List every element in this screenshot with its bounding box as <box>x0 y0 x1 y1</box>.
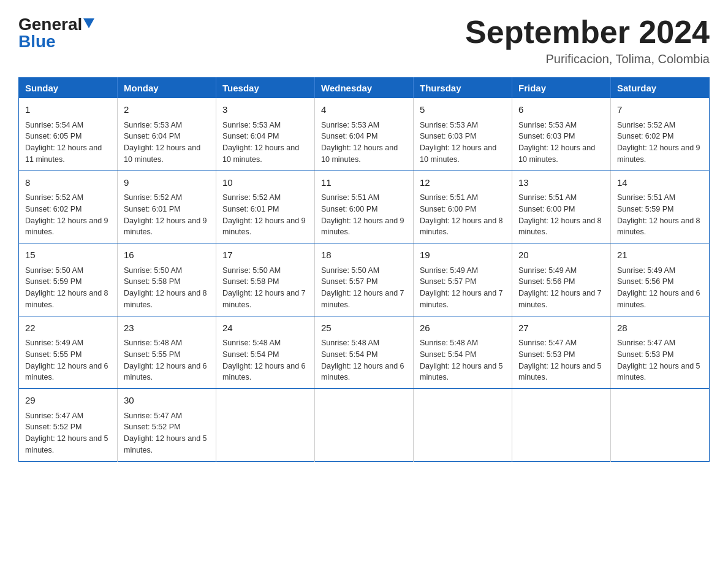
day-info: Sunrise: 5:51 AMSunset: 6:00 PMDaylight:… <box>321 193 404 236</box>
calendar-cell: 16Sunrise: 5:50 AMSunset: 5:58 PMDayligh… <box>118 243 216 316</box>
calendar-cell: 28Sunrise: 5:47 AMSunset: 5:53 PMDayligh… <box>611 316 710 389</box>
weekday-header-saturday: Saturday <box>611 78 710 99</box>
day-info: Sunrise: 5:52 AMSunset: 6:01 PMDaylight:… <box>124 193 207 236</box>
day-info: Sunrise: 5:53 AMSunset: 6:03 PMDaylight:… <box>518 121 595 164</box>
day-info: Sunrise: 5:49 AMSunset: 5:56 PMDaylight:… <box>617 266 700 309</box>
calendar-cell: 9Sunrise: 5:52 AMSunset: 6:01 PMDaylight… <box>118 170 216 243</box>
day-info: Sunrise: 5:50 AMSunset: 5:58 PMDaylight:… <box>124 266 207 309</box>
day-info: Sunrise: 5:47 AMSunset: 5:52 PMDaylight:… <box>124 412 207 454</box>
weekday-header-friday: Friday <box>512 78 611 99</box>
week-row-5: 29Sunrise: 5:47 AMSunset: 5:52 PMDayligh… <box>19 389 710 462</box>
calendar-cell: 10Sunrise: 5:52 AMSunset: 6:01 PMDayligh… <box>216 170 315 243</box>
calendar-cell <box>414 389 512 462</box>
calendar-cell: 20Sunrise: 5:49 AMSunset: 5:56 PMDayligh… <box>512 243 611 316</box>
day-number: 5 <box>420 103 506 117</box>
day-info: Sunrise: 5:51 AMSunset: 5:59 PMDaylight:… <box>617 193 700 236</box>
weekday-header-thursday: Thursday <box>414 78 512 99</box>
title-area: September 2024 Purificacion, Tolima, Col… <box>465 15 710 66</box>
page-header: General Blue September 2024 Purificacion… <box>18 15 710 66</box>
day-number: 22 <box>25 321 111 335</box>
day-number: 24 <box>222 321 308 335</box>
location-subtitle: Purificacion, Tolima, Colombia <box>465 52 710 66</box>
day-number: 30 <box>124 394 210 408</box>
calendar-cell: 7Sunrise: 5:52 AMSunset: 6:02 PMDaylight… <box>611 98 710 170</box>
calendar-cell <box>512 389 611 462</box>
calendar-cell: 2Sunrise: 5:53 AMSunset: 6:04 PMDaylight… <box>118 98 216 170</box>
calendar-cell <box>315 389 414 462</box>
day-info: Sunrise: 5:49 AMSunset: 5:55 PMDaylight:… <box>25 339 108 381</box>
calendar-table: SundayMondayTuesdayWednesdayThursdayFrid… <box>18 77 710 462</box>
day-number: 4 <box>321 103 407 117</box>
calendar-cell: 24Sunrise: 5:48 AMSunset: 5:54 PMDayligh… <box>216 316 315 389</box>
calendar-cell: 23Sunrise: 5:48 AMSunset: 5:55 PMDayligh… <box>118 316 216 389</box>
day-info: Sunrise: 5:50 AMSunset: 5:59 PMDaylight:… <box>25 266 108 309</box>
weekday-header-sunday: Sunday <box>19 78 118 99</box>
weekday-header-row: SundayMondayTuesdayWednesdayThursdayFrid… <box>19 78 710 99</box>
calendar-cell: 1Sunrise: 5:54 AMSunset: 6:05 PMDaylight… <box>19 98 118 170</box>
calendar-cell: 6Sunrise: 5:53 AMSunset: 6:03 PMDaylight… <box>512 98 611 170</box>
day-number: 14 <box>617 176 703 190</box>
calendar-cell: 4Sunrise: 5:53 AMSunset: 6:04 PMDaylight… <box>315 98 414 170</box>
day-number: 2 <box>124 103 210 117</box>
svg-marker-0 <box>83 18 94 28</box>
day-number: 28 <box>617 321 703 335</box>
calendar-cell: 29Sunrise: 5:47 AMSunset: 5:52 PMDayligh… <box>19 389 118 462</box>
calendar-cell: 18Sunrise: 5:50 AMSunset: 5:57 PMDayligh… <box>315 243 414 316</box>
day-number: 18 <box>321 248 407 262</box>
day-number: 25 <box>321 321 407 335</box>
calendar-cell: 26Sunrise: 5:48 AMSunset: 5:54 PMDayligh… <box>414 316 512 389</box>
day-info: Sunrise: 5:47 AMSunset: 5:53 PMDaylight:… <box>617 339 700 381</box>
calendar-cell: 15Sunrise: 5:50 AMSunset: 5:59 PMDayligh… <box>19 243 118 316</box>
day-info: Sunrise: 5:52 AMSunset: 6:02 PMDaylight:… <box>617 121 700 164</box>
week-row-3: 15Sunrise: 5:50 AMSunset: 5:59 PMDayligh… <box>19 243 710 316</box>
week-row-1: 1Sunrise: 5:54 AMSunset: 6:05 PMDaylight… <box>19 98 710 170</box>
day-number: 9 <box>124 176 210 190</box>
day-info: Sunrise: 5:52 AMSunset: 6:01 PMDaylight:… <box>222 193 306 236</box>
logo-blue-text: Blue <box>18 32 56 52</box>
day-number: 29 <box>25 394 111 408</box>
day-info: Sunrise: 5:50 AMSunset: 5:58 PMDaylight:… <box>222 266 306 309</box>
day-info: Sunrise: 5:48 AMSunset: 5:55 PMDaylight:… <box>124 339 207 381</box>
calendar-cell: 22Sunrise: 5:49 AMSunset: 5:55 PMDayligh… <box>19 316 118 389</box>
day-info: Sunrise: 5:49 AMSunset: 5:56 PMDaylight:… <box>518 266 602 309</box>
day-info: Sunrise: 5:53 AMSunset: 6:04 PMDaylight:… <box>124 121 200 164</box>
day-number: 15 <box>25 248 111 262</box>
logo: General Blue <box>18 15 94 52</box>
day-info: Sunrise: 5:51 AMSunset: 6:00 PMDaylight:… <box>518 193 602 236</box>
day-info: Sunrise: 5:48 AMSunset: 5:54 PMDaylight:… <box>420 339 503 381</box>
day-number: 11 <box>321 176 407 190</box>
day-number: 1 <box>25 103 111 117</box>
day-info: Sunrise: 5:49 AMSunset: 5:57 PMDaylight:… <box>420 266 503 309</box>
calendar-cell: 21Sunrise: 5:49 AMSunset: 5:56 PMDayligh… <box>611 243 710 316</box>
calendar-cell: 30Sunrise: 5:47 AMSunset: 5:52 PMDayligh… <box>118 389 216 462</box>
day-number: 12 <box>420 176 506 190</box>
weekday-header-monday: Monday <box>118 78 216 99</box>
day-number: 16 <box>124 248 210 262</box>
calendar-cell: 25Sunrise: 5:48 AMSunset: 5:54 PMDayligh… <box>315 316 414 389</box>
logo-arrow-icon <box>83 18 94 29</box>
calendar-cell: 12Sunrise: 5:51 AMSunset: 6:00 PMDayligh… <box>414 170 512 243</box>
day-number: 13 <box>518 176 604 190</box>
day-number: 21 <box>617 248 703 262</box>
day-info: Sunrise: 5:47 AMSunset: 5:52 PMDaylight:… <box>25 412 108 454</box>
day-number: 3 <box>222 103 308 117</box>
day-info: Sunrise: 5:48 AMSunset: 5:54 PMDaylight:… <box>321 339 404 381</box>
day-number: 8 <box>25 176 111 190</box>
calendar-cell: 11Sunrise: 5:51 AMSunset: 6:00 PMDayligh… <box>315 170 414 243</box>
calendar-cell: 19Sunrise: 5:49 AMSunset: 5:57 PMDayligh… <box>414 243 512 316</box>
day-number: 20 <box>518 248 604 262</box>
day-number: 26 <box>420 321 506 335</box>
calendar-cell: 13Sunrise: 5:51 AMSunset: 6:00 PMDayligh… <box>512 170 611 243</box>
calendar-cell <box>216 389 315 462</box>
week-row-2: 8Sunrise: 5:52 AMSunset: 6:02 PMDaylight… <box>19 170 710 243</box>
month-title: September 2024 <box>465 15 710 50</box>
calendar-cell: 14Sunrise: 5:51 AMSunset: 5:59 PMDayligh… <box>611 170 710 243</box>
calendar-cell: 27Sunrise: 5:47 AMSunset: 5:53 PMDayligh… <box>512 316 611 389</box>
calendar-cell: 5Sunrise: 5:53 AMSunset: 6:03 PMDaylight… <box>414 98 512 170</box>
week-row-4: 22Sunrise: 5:49 AMSunset: 5:55 PMDayligh… <box>19 316 710 389</box>
day-number: 17 <box>222 248 308 262</box>
day-number: 7 <box>617 103 703 117</box>
calendar-cell: 3Sunrise: 5:53 AMSunset: 6:04 PMDaylight… <box>216 98 315 170</box>
day-info: Sunrise: 5:47 AMSunset: 5:53 PMDaylight:… <box>518 339 602 381</box>
calendar-cell: 17Sunrise: 5:50 AMSunset: 5:58 PMDayligh… <box>216 243 315 316</box>
